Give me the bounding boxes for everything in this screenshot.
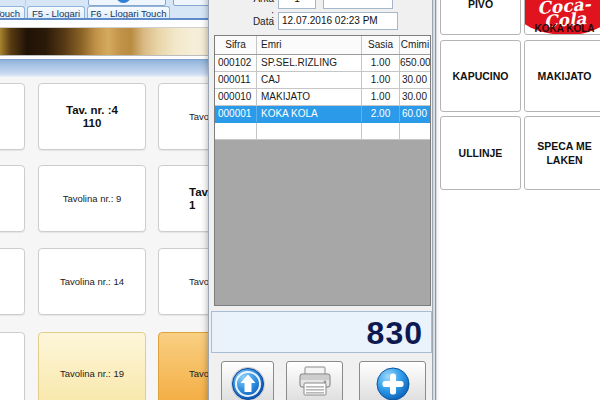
products-panel: SKOPSKO PIVO Coca-Cola KOKA KOLA KAPUCIN…: [435, 0, 600, 400]
table-button-amount: 110: [39, 117, 145, 130]
table-button-label: Tavolina nr.: 9: [39, 192, 145, 205]
product-button-makijato[interactable]: MAKIJATO: [524, 40, 600, 112]
cell-empty: [362, 123, 400, 139]
product-button-kapucino[interactable]: KAPUCINO: [440, 40, 521, 112]
table-button-partial[interactable]: [0, 83, 25, 150]
arka-secondary-input[interactable]: [323, 0, 393, 9]
cell-emri: CAJ: [257, 72, 362, 88]
data-input[interactable]: 12.07.2016 02:23 PM: [278, 12, 398, 30]
plus-icon: [375, 366, 411, 400]
cell-sifra: 000102: [215, 55, 257, 71]
cell-cmimi: 650.00: [400, 55, 430, 71]
table-button-partial[interactable]: [0, 165, 25, 232]
order-item-row-selected[interactable]: 000001 KOKA KOLA 2.00 60.00: [215, 106, 430, 123]
blue-banner: [0, 59, 208, 77]
cell-cmimi: 30.00: [400, 72, 430, 88]
printer-icon: [296, 366, 334, 400]
total-amount: 830: [367, 313, 423, 353]
toolbar-separator: [25, 0, 26, 6]
cell-sasia: 1.00: [362, 89, 400, 105]
tab-strip-underline: [0, 18, 208, 20]
product-button-skopsko-pivo[interactable]: SKOPSKO PIVO: [440, 0, 521, 35]
cell-sasia: 1.00: [362, 72, 400, 88]
cell-cmimi: 30.00: [400, 89, 430, 105]
cell-empty: [400, 123, 430, 139]
order-dialog: Arka : 1 Data : 12.07.2016 02:23 PM Sifr…: [208, 0, 433, 400]
pos-screen: Touch F5 - Llogari F6 - Llogari Touch Ta…: [0, 0, 600, 400]
table-button-14[interactable]: Tavolina nr.: 14: [38, 248, 146, 315]
table-empty-area: [215, 140, 430, 305]
wood-banner: [0, 27, 208, 56]
order-items-header: Sifra Emri Sasia Cmimi: [215, 36, 430, 55]
cell-emri: MAKIJATO: [257, 89, 362, 105]
cell-sifra: 000001: [215, 106, 257, 122]
cell-empty: [257, 123, 362, 139]
table-button-label: Tavolina nr.: 19: [39, 367, 145, 380]
order-item-row[interactable]: 000010 MAKIJATO 1.00 30.00: [215, 89, 430, 106]
table-button-19[interactable]: Tavolina nr.: 19: [38, 332, 146, 400]
product-label: SKOPSKO PIVO: [441, 0, 520, 11]
product-button-koka-kola[interactable]: Coca-Cola KOKA KOLA: [524, 0, 600, 35]
order-items-table: Sifra Emri Sasia Cmimi 000102 SP.SEL.RIZ…: [214, 35, 431, 306]
product-button-speca-me-laken[interactable]: SPECA ME LAKEN: [524, 116, 600, 190]
table-button-label: Tavolina nr.: 14: [39, 275, 145, 288]
product-label: KOKA KOLA: [525, 22, 600, 35]
print-button[interactable]: [286, 361, 343, 400]
cell-sasia: 1.00: [362, 55, 400, 71]
column-header-sasia[interactable]: Sasia: [362, 36, 400, 54]
column-header-sifra[interactable]: Sifra: [215, 36, 257, 54]
arka-input[interactable]: 1: [278, 0, 316, 9]
cell-sifra: 000011: [215, 72, 257, 88]
arka-label: Arka :: [248, 0, 274, 7]
product-label: KAPUCINO: [452, 69, 508, 83]
product-label: ULLINJE: [459, 146, 503, 160]
up-arrow-icon: [230, 366, 266, 400]
cell-empty: [215, 123, 257, 139]
tab-strip: Touch F5 - Llogari F6 - Llogari Touch: [0, 0, 208, 20]
move-up-button[interactable]: [221, 361, 274, 400]
table-button-tav4[interactable]: Tav. nr. :4 110: [38, 83, 146, 150]
order-item-row-empty: [215, 123, 430, 140]
column-header-cmimi[interactable]: Cmimi: [400, 36, 430, 54]
cell-cmimi: 60.00: [400, 106, 430, 122]
product-label: SPECA ME: [537, 139, 591, 153]
table-button-9[interactable]: Tavolina nr.: 9: [38, 165, 146, 232]
tables-grid: Tav. nr. :4 110 Tavolina nr.: 9 Tavolina…: [0, 77, 208, 400]
table-button-label: Tav. nr. :4: [39, 104, 145, 117]
total-panel: 830: [211, 311, 432, 353]
table-button-partial[interactable]: [0, 332, 25, 400]
data-label: Data :: [248, 14, 274, 30]
column-header-emri[interactable]: Emri: [257, 36, 362, 54]
product-button-ullinje[interactable]: ULLINJE: [440, 116, 521, 190]
cell-emri: SP.SEL.RIZLING: [257, 55, 362, 71]
order-item-row[interactable]: 000011 CAJ 1.00 30.00: [215, 72, 430, 89]
cell-sifra: 000010: [215, 89, 257, 105]
table-button-partial[interactable]: [0, 248, 25, 315]
product-label: MAKIJATO: [538, 69, 592, 83]
order-item-row[interactable]: 000102 SP.SEL.RIZLING 1.00 650.00: [215, 55, 430, 72]
cell-sasia: 2.00: [362, 106, 400, 122]
product-label: LAKEN: [546, 153, 582, 167]
cell-emri: KOKA KOLA: [257, 106, 362, 122]
add-item-button[interactable]: [359, 361, 426, 400]
